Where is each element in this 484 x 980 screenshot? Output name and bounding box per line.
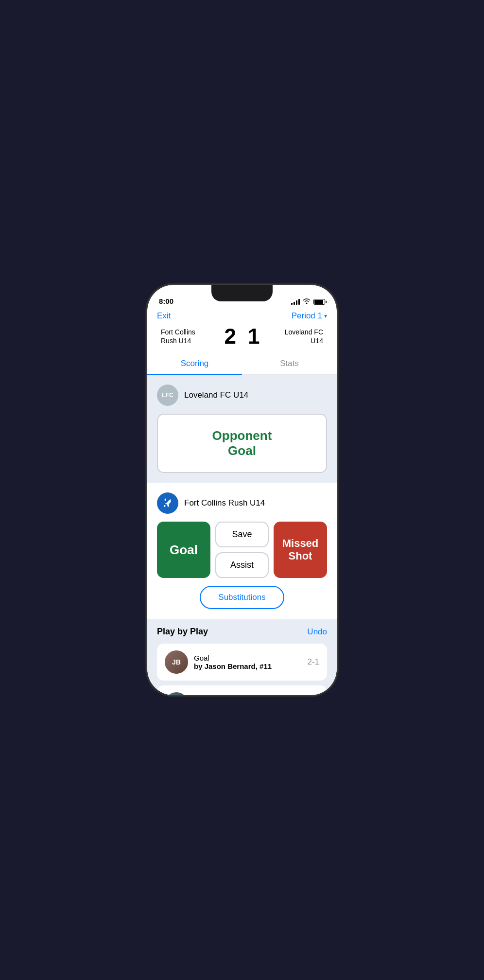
- opponent-goal-button[interactable]: OpponentGoal: [157, 414, 327, 473]
- status-time: 8:00: [159, 297, 173, 305]
- exit-button[interactable]: Exit: [157, 311, 171, 321]
- opponent-avatar: LFC: [157, 385, 178, 406]
- opponent-section: LFC Loveland FC U14 OpponentGoal: [147, 375, 337, 483]
- scoreboard: Fort Collins Rush U14 2 1 Loveland FC U1…: [157, 326, 327, 347]
- undo-button[interactable]: Undo: [307, 627, 327, 637]
- missed-shot-button[interactable]: MissedShot: [274, 522, 327, 578]
- avatar: JB: [165, 650, 188, 674]
- status-icons: [291, 298, 325, 305]
- opponent-team-name: Loveland FC U14: [184, 390, 248, 400]
- notch: [211, 285, 273, 301]
- header: Exit Period 1 ▾ Fort Collins Rush U14 2 …: [147, 309, 337, 353]
- pbp-header: Play by Play Undo: [157, 627, 327, 637]
- home-team-avatar: [157, 492, 178, 514]
- play-info: Goal by Jason Bernard, #11: [194, 654, 301, 670]
- avatar: SL: [165, 692, 188, 695]
- tab-scoring[interactable]: Scoring: [147, 353, 242, 374]
- header-nav: Exit Period 1 ▾: [157, 311, 327, 321]
- play-score: 2-1: [307, 657, 319, 667]
- phone-screen: 8:00: [147, 285, 337, 695]
- action-grid: Goal Save MissedShot Assist: [157, 522, 327, 578]
- away-team-name: Loveland FC U14: [275, 328, 323, 345]
- content-area: Exit Period 1 ▾ Fort Collins Rush U14 2 …: [147, 309, 337, 695]
- play-item: SL Goal by Steven Lamb, #00 1-1: [157, 685, 327, 695]
- tabs: Scoring Stats: [147, 353, 337, 375]
- wifi-icon: [303, 298, 311, 305]
- assist-button[interactable]: Assist: [215, 552, 269, 578]
- period-selector[interactable]: Period 1 ▾: [292, 311, 327, 321]
- play-item: JB Goal by Jason Bernard, #11 2-1: [157, 644, 327, 681]
- signal-bars-icon: [291, 299, 300, 305]
- goal-button[interactable]: Goal: [157, 522, 210, 578]
- opponent-team-header: LFC Loveland FC U14: [157, 385, 327, 406]
- tab-stats[interactable]: Stats: [242, 353, 337, 374]
- pbp-title: Play by Play: [157, 627, 208, 637]
- home-team-header: Fort Collins Rush U14: [157, 492, 327, 514]
- substitutions-button[interactable]: Substitutions: [200, 586, 284, 609]
- chevron-down-icon: ▾: [324, 313, 327, 319]
- home-score: 2: [225, 326, 236, 347]
- home-section: Fort Collins Rush U14 Goal Save MissedSh…: [147, 483, 337, 619]
- save-button[interactable]: Save: [215, 522, 269, 547]
- phone-frame: 8:00: [147, 285, 337, 695]
- battery-icon: [313, 299, 325, 305]
- period-label: Period 1: [292, 311, 322, 321]
- home-team-label: Fort Collins Rush U14: [184, 498, 265, 508]
- scores: 2 1: [225, 326, 260, 347]
- home-team-name: Fort Collins Rush U14: [161, 328, 209, 345]
- away-score: 1: [248, 326, 259, 347]
- play-player: by Jason Bernard, #11: [194, 662, 301, 670]
- play-by-play-section: Play by Play Undo JB Goal by Jason Berna…: [147, 619, 337, 695]
- play-type: Goal: [194, 654, 301, 662]
